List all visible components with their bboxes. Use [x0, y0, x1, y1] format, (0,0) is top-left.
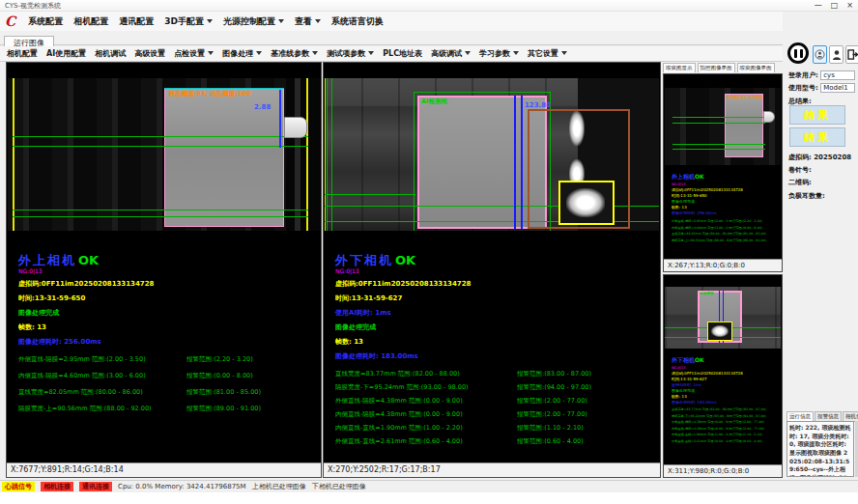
minimize-icon[interactable]: — [815, 1, 822, 10]
barcode-line: 虚拟码:0FF11im20250208133134728 [672, 187, 780, 192]
tool-test-params[interactable]: 测试项参数 [327, 48, 374, 59]
barcode-line: 虚拟码:0FF11im20250208133134728 [18, 279, 317, 289]
yellow-roi [707, 322, 732, 341]
measurement-list: 外侧直线-隔膜=2.95mm 范围:(2.00 - 3.50)报警范围:(2.2… [672, 219, 780, 242]
green-measure-line [672, 123, 765, 124]
thumbnail-tabs: 瑕疵图显示 拍照图像界面 瑕疵图像界面 [663, 58, 783, 72]
window-title: CYS-视觉检测系统 [5, 2, 61, 10]
tool-baseline-params[interactable]: 基准线参数 [271, 48, 318, 59]
thumbnail-image: AI检测框 [665, 287, 781, 349]
bottom-camera-status: 下相机已处理图像 [312, 482, 366, 491]
sidebar-icon-buttons [813, 45, 858, 64]
current-user-button[interactable] [813, 45, 827, 64]
measurement-list: 直线宽度=83.77mm 范围:(82.00 - 88.00)报警范围:(83.… [672, 407, 780, 443]
pause-icon [800, 49, 803, 58]
measurement-row: 内侧直线-隔膜=4.38mm 范围:(0.00 - 9.00)报警范围:(2.0… [335, 410, 656, 419]
measurement-row: 隔膜宽度-上=90.56mm 范围:(88.00 - 92.00)报警范围:(8… [672, 238, 780, 242]
blue-measure-lines [514, 96, 523, 229]
exit-button[interactable] [845, 45, 858, 64]
tool-advanced-debug[interactable]: 高级调试 [431, 48, 471, 59]
metal-highlight [711, 325, 729, 337]
measurement-row: 直线宽度=82.05mm 范围:(80.00 - 86.00)报警范围:(81.… [672, 232, 780, 236]
measurement-row: 直线宽度=83.77mm 范围:(82.00 - 88.00)报警范围:(83.… [672, 407, 780, 411]
window-controls: — □ × [815, 1, 853, 10]
measure-value-label: 2.88 [254, 103, 271, 111]
elapsed-line: 图像处理耗时: 183.00ms [335, 351, 656, 361]
done-line: 图像处理完成 [18, 308, 317, 318]
mid-pixel-coordinates: X:270;Y:2502;R:17;G:17;B:17 [324, 462, 660, 477]
mid-camera-info: 外下相机OK NG:0|13 虚拟码:0FF11im20250208133134… [335, 252, 656, 446]
frames-line: 帧数: 13 [672, 394, 780, 399]
measurement-row: 隔膜宽度-上=90.56mm 范围:(88.00 - 92.00)报警范围:(8… [18, 405, 317, 413]
barcode-line: 虚拟码:0FF11im20250208133134728 [672, 371, 780, 376]
blue-measure-line [279, 90, 281, 148]
camera-link-badge: 相机连接 [41, 482, 73, 491]
close-icon[interactable]: × [846, 1, 853, 10]
measurement-row: 内侧直线-直线=1.90mm 范围:(1.00 - 2.20)报警范围:(1.1… [335, 424, 656, 433]
menu-camera-config[interactable]: 相机配置 [73, 15, 108, 28]
tab-connector-shape [284, 117, 307, 138]
model-row: 使用型号: Model1 [788, 83, 855, 93]
tab-defect-view[interactable]: 瑕疵图像界面 [737, 63, 775, 72]
app-window: CYS-视觉检测系统 — □ × C 系统配置 相机配置 通讯配置 3D手配置 … [0, 0, 858, 504]
app-logo-icon: C [5, 14, 15, 28]
green-vertical-line [331, 78, 332, 231]
ng-counter: NG:0|13 [672, 366, 780, 370]
ai-box-label: AI检测框 [700, 292, 714, 295]
tool-camera-config[interactable]: 相机配置 [7, 48, 38, 59]
thumbnail-bottom-camera[interactable]: AI检测框 外下相机OK NG:0|13 虚拟码:0FF11im20250208… [663, 274, 783, 478]
measurement-row: 外侧直线-隔膜=4.38mm 范围:(0.00 - 9.00)报警范围:(2.0… [335, 397, 656, 406]
menu-3d-config[interactable]: 3D手配置 [164, 15, 213, 28]
measurement-row: 隔膜宽度-下=95.24mm 范围:(93.00 - 98.00)报警范围:(9… [672, 414, 780, 418]
tool-learning-params[interactable]: 学习参数 [479, 48, 519, 59]
thumbnail-top-camera[interactable]: 静态阈值:93, 动态阈值:100 外上相机OK NG:0|13 虚拟码:0FF… [663, 73, 783, 272]
status-ok: OK [395, 253, 415, 267]
elapsed-line: 图像处理耗时: 256.00ms [672, 210, 780, 215]
mid-camera-image[interactable]: AI检测框 123.80 [325, 78, 659, 231]
tool-plc-table[interactable]: PLC地址表 [383, 48, 422, 59]
tool-spotcheck[interactable]: 点检设置 [174, 48, 214, 59]
barcode-row: 虚拟码: 20250208 [788, 153, 851, 162]
done-line: 图像处理完成 [335, 322, 656, 332]
pause-button[interactable] [787, 42, 809, 64]
menu-view[interactable]: 查看 [295, 15, 321, 28]
measurement-row: 外侧直线-直线=2.61mm 范围:(0.60 - 4.00)报警范围:(0.6… [672, 439, 780, 443]
pause-icon [794, 49, 797, 58]
measure-value-label: 123.80 [525, 101, 551, 109]
mid-camera-panel: AI检测框 123.80 外下相机OK NG:0|13 虚拟码:0FF11im2… [323, 62, 661, 478]
bottom-spacer [0, 492, 858, 504]
teal-edge-line [164, 88, 284, 89]
menu-language-switch[interactable]: 系统语言切换 [331, 15, 384, 28]
barcode-label: 虚拟码: [788, 154, 812, 161]
maximize-icon[interactable]: □ [831, 1, 839, 10]
tool-camera-debug[interactable]: 相机调试 [95, 48, 126, 59]
green-measure-line [672, 117, 765, 118]
tool-ai-config[interactable]: AI使用配置 [46, 48, 86, 59]
tab-defect-display[interactable]: 瑕疵图显示 [663, 63, 696, 72]
thumb2-pixel-coordinates: X:311;Y:980;R:0;G:0;B:0 [664, 464, 782, 477]
tool-other-settings[interactable]: 其它设置 [528, 48, 567, 59]
threshold-label: 静态阈值:93, 动态阈值:100 [727, 96, 763, 99]
run-log[interactable]: 耗时: 222, 瑕疵检测耗时: 17, 瑕疵分类耗时: 0, 瑕疵提取分区耗时… [786, 421, 854, 477]
tab-capture-view[interactable]: 拍照图像界面 [698, 63, 735, 72]
green-measure-line [13, 146, 308, 147]
tool-advanced-settings[interactable]: 高级设置 [134, 48, 165, 59]
image-streak [295, 78, 300, 231]
measurement-row: 内侧直线-隔膜=4.60mm 范围:(3.00 - 6.00)报警范围:(0.0… [18, 372, 317, 380]
login-user-value[interactable]: cys [820, 70, 855, 80]
user-icon [832, 49, 842, 61]
right-sidebar: 登录用户: cys 使用型号: Model1 总结果: 结果 结果 虚拟码: 2… [785, 39, 858, 480]
switch-user-button[interactable] [829, 45, 844, 64]
cpu-memory-status: Cpu: 0.0% Memory: 3424.41796875M [118, 483, 246, 490]
measurement-row: 内侧直线-隔膜=4.38mm 范围:(0.00 - 9.00)报警范围:(2.0… [672, 427, 780, 431]
menu-light-config[interactable]: 光源控制配置 [223, 15, 284, 28]
left-camera-image[interactable]: 静态阈值:93, 动态阈值:100 2.88 [8, 78, 320, 231]
tool-image-processing[interactable]: 图像处理 [222, 48, 262, 59]
image-background [665, 88, 781, 165]
menu-comm-config[interactable]: 通讯配置 [119, 15, 154, 28]
barcode-line: 虚拟码:0FF11im20250208133134728 [335, 279, 656, 289]
yellow-guide-line-left [13, 78, 14, 231]
menu-system-config[interactable]: 系统配置 [28, 15, 63, 28]
login-user-label: 登录用户: [788, 71, 818, 79]
model-value[interactable]: Model1 [820, 83, 855, 93]
